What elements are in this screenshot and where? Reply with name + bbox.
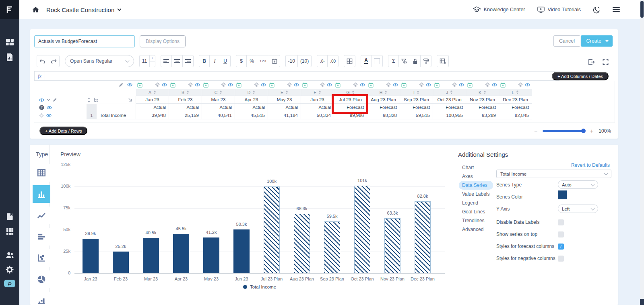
visibility-row-header-icon[interactable] xyxy=(127,83,132,87)
checkbox-styles-for-forecast-columns[interactable]: ✓ xyxy=(558,244,564,250)
column-letter-header[interactable]: C xyxy=(202,89,235,96)
column-eye-icon[interactable] xyxy=(228,83,233,87)
table-options-button[interactable] xyxy=(437,55,449,67)
column-sort-icon[interactable] xyxy=(450,90,453,94)
column-letter-header[interactable]: L xyxy=(499,89,532,96)
checkbox-disable-data-labels[interactable] xyxy=(558,219,564,225)
column-gear-icon[interactable] xyxy=(320,82,325,87)
lock-button[interactable] xyxy=(410,55,421,67)
column-kind-cell[interactable]: Actual xyxy=(301,104,334,111)
column-kind-cell[interactable]: Actual xyxy=(268,104,301,111)
scrollbar-down-arrow[interactable] xyxy=(640,299,644,305)
column-calendar-icon[interactable] xyxy=(500,82,506,88)
column-eye-icon[interactable] xyxy=(360,83,365,87)
settings-menu-axes[interactable]: Axes xyxy=(459,172,493,181)
row-settings-gear-icon[interactable] xyxy=(39,113,44,118)
column-letter-header[interactable]: G xyxy=(334,89,367,96)
font-color-button[interactable]: A xyxy=(361,55,372,67)
chart-type-waterfall-icon[interactable] xyxy=(33,292,50,305)
column-sort-icon[interactable] xyxy=(186,90,189,94)
column-kind-cell[interactable]: Forecast xyxy=(367,104,400,111)
reports-icon[interactable] xyxy=(0,51,19,63)
data-grid-icon[interactable] xyxy=(0,225,19,237)
chart-type-barh-icon[interactable] xyxy=(33,228,50,246)
chart-type-table-icon[interactable] xyxy=(33,164,50,182)
menu-hamburger-icon[interactable] xyxy=(613,7,620,12)
column-letter-header[interactable]: D xyxy=(235,89,268,96)
value-cell[interactable]: 25,159 xyxy=(169,111,202,119)
column-eye-icon[interactable] xyxy=(393,83,398,87)
column-kind-cell[interactable]: Forecast xyxy=(499,104,532,111)
row-visibility-icon[interactable] xyxy=(46,113,52,117)
underline-button[interactable]: U xyxy=(220,55,231,67)
column-gear-icon[interactable] xyxy=(518,82,523,87)
series-color-swatch[interactable] xyxy=(558,190,567,199)
column-sort-icon[interactable] xyxy=(483,90,486,94)
revert-to-defaults-link[interactable]: Revert to Defaults xyxy=(571,162,610,168)
column-kind-cell[interactable]: Forecast xyxy=(466,104,499,111)
column-date-header[interactable]: Feb 23 xyxy=(169,96,202,104)
column-sort-icon[interactable] xyxy=(219,90,222,94)
chart-type-pie-icon[interactable] xyxy=(33,270,50,288)
column-gear-icon[interactable] xyxy=(155,82,160,87)
column-date-header[interactable]: Jun 23 xyxy=(301,96,334,104)
redo-button[interactable] xyxy=(48,55,60,67)
column-date-header[interactable]: Nov 23 Plan xyxy=(466,96,499,104)
currency-format-button[interactable]: $ xyxy=(236,55,247,67)
checkbox-show-series-on-top[interactable] xyxy=(558,231,564,237)
align-right-button[interactable] xyxy=(182,55,194,67)
settings-menu-chart[interactable]: Chart xyxy=(459,163,493,172)
settings-menu-trendlines[interactable]: Trendlines xyxy=(459,216,493,225)
series-select[interactable]: Total Income xyxy=(496,170,611,178)
column-eye-icon[interactable] xyxy=(261,83,266,87)
column-eye-icon[interactable] xyxy=(525,83,530,87)
column-eye-icon[interactable] xyxy=(327,83,332,87)
paint-format-button[interactable] xyxy=(420,55,431,67)
formula-input[interactable] xyxy=(45,72,559,80)
column-sort-icon[interactable] xyxy=(384,90,387,94)
cancel-button[interactable]: Cancel xyxy=(553,35,580,47)
column-letter-header[interactable]: K xyxy=(466,89,499,96)
column-calendar-icon[interactable] xyxy=(335,82,341,88)
bookmark-icon[interactable] xyxy=(0,211,19,223)
column-calendar-icon[interactable] xyxy=(368,82,374,88)
report-title-input[interactable] xyxy=(34,35,135,47)
column-date-header[interactable]: Aug 23 Plan xyxy=(367,96,400,104)
column-letter-header[interactable]: H xyxy=(367,89,400,96)
value-cell[interactable]: 45,515 xyxy=(235,111,268,119)
column-calendar-icon[interactable] xyxy=(467,82,473,88)
column-date-header[interactable]: Jan 23 xyxy=(136,96,169,104)
chart-type-scatter-icon[interactable] xyxy=(33,249,50,267)
column-kind-cell[interactable]: Forecast xyxy=(400,104,433,111)
vertical-scrollbar[interactable] xyxy=(640,0,644,305)
column-kind-cell[interactable]: Forecast xyxy=(334,104,367,111)
column-calendar-icon[interactable] xyxy=(170,82,175,88)
zoom-out-button[interactable]: − xyxy=(534,128,537,134)
column-date-header[interactable]: Apr 23 xyxy=(235,96,268,104)
settings-menu-value-labels[interactable]: Value Labels xyxy=(459,190,493,199)
percent-format-button[interactable]: % xyxy=(246,55,257,67)
column-eye-icon[interactable] xyxy=(492,83,497,87)
column-calendar-icon[interactable] xyxy=(269,82,275,88)
chart-type-column-icon[interactable] xyxy=(33,185,50,203)
users-icon[interactable] xyxy=(0,249,19,261)
date-format-button[interactable] xyxy=(269,55,280,67)
column-letter-header[interactable]: I xyxy=(400,89,433,96)
column-date-header[interactable]: Mar 23 xyxy=(202,96,235,104)
video-tutorials-link[interactable]: Video Tutorials xyxy=(537,6,581,13)
settings-menu-legend[interactable]: Legend xyxy=(459,199,493,207)
bold-button[interactable]: B xyxy=(199,55,210,67)
fill-color-button[interactable] xyxy=(371,55,383,67)
dashboards-icon[interactable] xyxy=(0,36,19,48)
row-number[interactable]: 1 xyxy=(87,111,97,119)
font-size-increase[interactable]: + xyxy=(150,55,155,61)
export-icon[interactable] xyxy=(588,59,595,65)
value-cell[interactable]: 100,955 xyxy=(433,111,466,119)
dark-mode-moon-icon[interactable] xyxy=(593,6,601,14)
font-size-decrease[interactable]: - xyxy=(150,61,155,67)
value-cell[interactable]: 50,334 xyxy=(301,111,334,119)
column-eye-icon[interactable] xyxy=(459,83,464,87)
column-gear-icon[interactable] xyxy=(188,82,193,87)
column-letter-header[interactable]: F xyxy=(301,89,334,96)
column-letter-header[interactable]: B xyxy=(169,89,202,96)
